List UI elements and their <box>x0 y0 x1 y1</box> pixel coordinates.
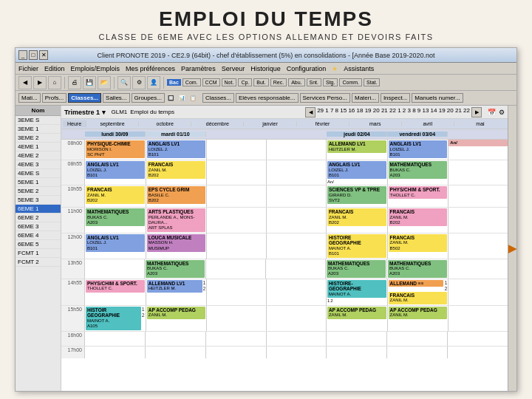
course-math-tue[interactable]: MATHEMATIQUES BUKAS C. A203 <box>146 260 205 278</box>
course-phys-sport2[interactable]: FRANCAIS ZANIL M. B202 <box>389 208 448 226</box>
sidebar-item-3eme-s[interactable]: 3EME S <box>16 116 61 125</box>
sidebar-item-fcmt2[interactable]: FCMT 2 <box>16 258 61 267</box>
menu-assistants[interactable]: Assistants <box>344 65 374 72</box>
scroll-indicator[interactable]: ▶ <box>508 106 516 391</box>
mati-btn[interactable]: Mati... <box>18 93 41 103</box>
menu-config[interactable]: Configuration <box>287 65 327 72</box>
sidebar-item-6eme2[interactable]: 6EME 2 <box>16 214 61 222</box>
course-math-fri[interactable]: MATHEMATIQUES BUKAS C. A203 <box>389 161 448 179</box>
course-allemand-tue2[interactable]: ALLEMAND LV1 HEITZLER M. <box>147 280 202 293</box>
sidebar-item-fcmt1[interactable]: FCMT 1 <box>16 249 61 258</box>
materiel-btn[interactable]: Materi... <box>352 93 379 103</box>
course-ap-fri[interactable]: AP ACCOMP PEDAG ZANIL M. <box>389 307 448 319</box>
home-button[interactable]: ⌂ <box>48 76 61 89</box>
groupes-btn[interactable]: Groupes... <box>132 93 165 103</box>
sidebar-item-3eme2[interactable]: 3EME 2 <box>16 134 61 143</box>
classes2-btn[interactable]: Classes... <box>202 93 234 103</box>
sidebar-item-4eme2[interactable]: 4EME 2 <box>16 151 61 160</box>
sidebar-item-4eme-s[interactable]: 4EME S <box>16 169 61 178</box>
gear-button[interactable]: ⚙ <box>132 76 146 89</box>
course-eps[interactable]: EPS CYCLE GRIM BASILE C. B202 <box>147 186 206 204</box>
cp-btn[interactable]: Cp. <box>238 78 252 86</box>
profs-btn[interactable]: Profs... <box>42 93 66 103</box>
menu-serveur[interactable]: Serveur <box>222 65 245 72</box>
course-math-fri2[interactable]: MATHEMATIQUES BUKAS C. A203 <box>388 260 447 278</box>
course-francais-tue[interactable]: FRANCAIS ZANIL M. B202 <box>147 161 206 179</box>
course-hist-geo-thu[interactable]: HISTOIRE-GEOGRAPHIE MAINOT A. <box>327 280 386 299</box>
search-button[interactable]: 🔍 <box>117 76 131 89</box>
course-arts[interactable]: ARTS PLASTIQUES PERLANDE A., MONS-DAURA.… <box>147 208 206 231</box>
minimize-button[interactable]: _ <box>18 50 27 60</box>
course-francais-fri2[interactable]: FRANCAIS ZANIL M. B502 <box>389 234 448 252</box>
course-allemand-thu[interactable]: ALLEMAND LV1 HEITZLER M. <box>327 140 386 153</box>
menu-edition[interactable]: Edition <box>44 65 65 72</box>
course-anglais-thu[interactable]: ANGLAIS LV1 LOIZEL J. B101 <box>327 161 386 179</box>
course-anglais-mon2[interactable]: ANGLAIS LV1 LOIZEL J. B101 <box>86 234 145 252</box>
close-button[interactable]: ✕ <box>39 50 48 60</box>
course-ap-thu[interactable]: AP ACCOMP PEDAG ZANIL M. <box>327 307 386 319</box>
people-button[interactable]: 👤 <box>147 76 160 89</box>
sidebar-item-6eme5[interactable]: 6EME 5 <box>16 240 61 249</box>
sidebar-item-6eme3[interactable]: 6EME 3 <box>16 222 61 231</box>
menu-historique[interactable]: Historique <box>250 65 281 72</box>
course-svt[interactable]: SCIENCES VP & TPRE GIRARD D. SVT2 <box>327 186 386 204</box>
next-week-btn[interactable]: ▶ <box>471 107 482 117</box>
course-anglais-fri[interactable]: ANGLAIS LV1 LOIZEL J. B101 <box>389 140 448 158</box>
sidebar-item-4eme3[interactable]: 4EME 3 <box>16 160 61 169</box>
menu-fichier[interactable]: Fichier <box>18 65 38 72</box>
services-btn[interactable]: Services Perso... <box>300 93 350 103</box>
sidebar-item-6eme4[interactable]: 6EME 4 <box>16 231 61 240</box>
schedule-area[interactable]: Trimestre 1 ▾ GLM1 Emploi du temps ◀ 29 … <box>61 106 508 391</box>
prev-week-btn[interactable]: ◀ <box>305 107 316 117</box>
course-math-thu[interactable]: MATHEMATIQUES BUKAS C. A203 <box>327 260 386 278</box>
menu-emplois[interactable]: Emplois/Emplois <box>71 65 120 72</box>
ccm-btn[interactable]: CCM <box>202 78 220 86</box>
maximize-button[interactable]: □ <box>29 50 38 60</box>
save-button[interactable]: 💾 <box>83 76 96 89</box>
eleves-btn[interactable]: Elèves responsable... <box>236 93 299 103</box>
stg-btn[interactable]: Stg. <box>323 78 338 86</box>
bac-btn[interactable]: Bac <box>167 79 181 86</box>
not-btn[interactable]: Not. <box>222 78 237 86</box>
course-physique[interactable]: PHYSIQUE-CHIMIE MORISON I. SC PH/T <box>86 140 145 158</box>
menu-preferences[interactable]: Mes préférences <box>126 65 175 72</box>
course-allemand-fri[interactable]: ALLEMAND ≡≡ <box>389 280 444 287</box>
menu-parametres[interactable]: Paramètres <box>181 65 216 72</box>
settings-icon[interactable]: ⚙ <box>499 109 505 116</box>
sidebar-item-5eme2[interactable]: 5EME 2 <box>16 187 61 196</box>
sidebar-item-5eme3[interactable]: 5EME 3 <box>16 196 61 205</box>
abu-btn[interactable]: Abu. <box>288 78 304 86</box>
course-anglais-tue[interactable]: ANGLAIS LV1 LOIZEL J. B101 <box>147 140 206 158</box>
sidebar-item-4eme1[interactable]: 4EME 1 <box>16 143 61 151</box>
course-extra[interactable]: An/ <box>449 140 508 146</box>
comm-btn2[interactable]: Comm. <box>339 78 362 86</box>
classes-btn[interactable]: Classes... <box>68 93 101 103</box>
course-ap-tue[interactable]: AP ACCOMP PEDAG ZANIL M. <box>147 307 206 319</box>
rec-btn[interactable]: Rec. <box>270 78 287 86</box>
salles-btn[interactable]: Salles... <box>103 93 129 103</box>
but-btn[interactable]: But. <box>253 78 268 86</box>
course-francais-thu2[interactable]: HISTOIRE GEOGRAPHIE MAINOT A. B101 <box>327 234 386 258</box>
inspec-btn[interactable]: Inspect... <box>381 93 410 103</box>
course-francais-fri3[interactable]: FRANCAIS ZANIL M. <box>389 292 448 304</box>
course-anglais-mon[interactable]: ANGLAIS LV1 LOIZEL J. B101 <box>86 161 145 179</box>
open-button[interactable]: 📂 <box>98 76 111 89</box>
com-btn[interactable]: Com. <box>183 78 201 86</box>
course-phys-sport[interactable]: PHYS/CHIM & SPORT. THOLLET C. <box>389 186 448 199</box>
sidebar-item-6eme1[interactable]: 6EME 1 <box>16 205 61 214</box>
sidebar-item-3eme1[interactable]: 3EME 1 <box>16 125 61 134</box>
forward-button[interactable]: ▶ <box>33 76 47 89</box>
sidebar-item-5eme1[interactable]: 5EME 1 <box>16 178 61 187</box>
course-francais-mon[interactable]: FRANCAIS ZANIL M. B202 <box>86 186 145 204</box>
course-hist-geo-mon[interactable]: HISTOIR GEOGRAPHIE MAINOT A. A105 <box>86 307 141 330</box>
calendar-icon[interactable]: 📅 <box>488 109 496 116</box>
course-francais-thu[interactable]: FRANCAIS ZANIL M. B202 <box>327 208 386 226</box>
snt-btn[interactable]: Snt. <box>307 78 321 86</box>
print-button[interactable]: 🖨 <box>68 76 81 89</box>
course-musique[interactable]: LOUCA MUSICALE MASSON H. MUSIMUP <box>147 234 206 252</box>
manuel-btn[interactable]: Manuels numer... <box>412 93 463 103</box>
stat-btn[interactable]: Stat. <box>364 78 380 86</box>
back-button[interactable]: ◀ <box>18 76 32 89</box>
course-math-mon[interactable]: MATHEMATIQUES BUKAS C. A203 <box>86 208 145 226</box>
course-phys-sport-mon[interactable]: PHYS/CHIM & SPORT. THOLLET C. <box>86 280 145 293</box>
